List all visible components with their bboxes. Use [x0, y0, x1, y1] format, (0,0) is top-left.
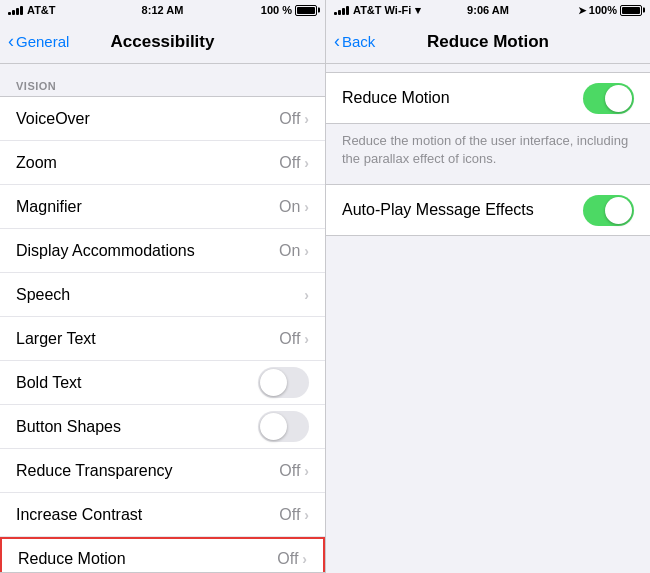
display-accommodations-right: On › — [279, 242, 309, 260]
button-shapes-toggle[interactable] — [258, 411, 309, 442]
reduce-motion-chevron-icon: › — [302, 551, 307, 567]
button-shapes-right — [258, 411, 309, 442]
zoom-right: Off › — [279, 154, 309, 172]
top-spacer — [326, 64, 650, 72]
bold-text-label: Bold Text — [16, 374, 82, 392]
speech-row[interactable]: Speech › — [0, 273, 325, 317]
right-battery-icon — [620, 5, 642, 16]
voiceover-label: VoiceOver — [16, 110, 90, 128]
left-status-bar: AT&T 8:12 AM 100% — [0, 0, 325, 20]
left-panel: AT&T 8:12 AM 100% ‹ General Accessibilit… — [0, 0, 325, 573]
right-content: Reduce Motion Reduce the motion of the u… — [326, 64, 650, 573]
magnifier-row[interactable]: Magnifier On › — [0, 185, 325, 229]
button-shapes-row[interactable]: Button Shapes — [0, 405, 325, 449]
right-panel: AT&T Wi-Fi ▾ 9:06 AM ➤ 100% ‹ Back Reduc… — [325, 0, 650, 573]
right-status-right: ➤ 100% — [578, 4, 642, 16]
right-battery-pct-label: 100% — [589, 4, 617, 16]
reduce-motion-card: Reduce Motion — [326, 72, 650, 124]
reduce-motion-card-toggle-knob — [605, 85, 632, 112]
right-back-button[interactable]: ‹ Back — [334, 33, 375, 50]
vision-section-header: VISION — [0, 64, 325, 96]
signal-bars-icon — [8, 6, 23, 15]
battery-fill — [297, 7, 315, 14]
zoom-value: Off — [279, 154, 300, 172]
carrier-label: AT&T — [27, 4, 56, 16]
reduce-transparency-right: Off › — [279, 462, 309, 480]
right-status-bar: AT&T Wi-Fi ▾ 9:06 AM ➤ 100% — [326, 0, 650, 20]
voiceover-row[interactable]: VoiceOver Off › — [0, 97, 325, 141]
right-time: 9:06 AM — [467, 4, 509, 16]
left-back-button[interactable]: ‹ General — [8, 33, 69, 50]
display-accommodations-row[interactable]: Display Accommodations On › — [0, 229, 325, 273]
zoom-chevron-icon: › — [304, 155, 309, 171]
left-nav-bar: ‹ General Accessibility — [0, 20, 325, 64]
reduce-transparency-row[interactable]: Reduce Transparency Off › — [0, 449, 325, 493]
reduce-motion-value: Off — [277, 550, 298, 568]
right-carrier-label: AT&T Wi-Fi — [353, 4, 411, 16]
larger-text-row[interactable]: Larger Text Off › — [0, 317, 325, 361]
bold-text-toggle-knob — [260, 369, 287, 396]
larger-text-label: Larger Text — [16, 330, 96, 348]
reduce-motion-right: Off › — [277, 550, 307, 568]
right-nav-bar: ‹ Back Reduce Motion — [326, 20, 650, 64]
right-back-label: Back — [342, 33, 375, 50]
autoplay-toggle[interactable] — [583, 195, 634, 226]
bold-text-toggle[interactable] — [258, 367, 309, 398]
button-shapes-toggle-knob — [260, 413, 287, 440]
battery-icon — [295, 5, 317, 16]
left-status-right: 100% — [261, 4, 317, 16]
speech-label: Speech — [16, 286, 70, 304]
increase-contrast-value: Off — [279, 506, 300, 524]
voiceover-value: Off — [279, 110, 300, 128]
reduce-motion-description: Reduce the motion of the user interface,… — [326, 124, 650, 184]
left-time: 8:12 AM — [142, 4, 184, 16]
reduce-transparency-chevron-icon: › — [304, 463, 309, 479]
autoplay-toggle-knob — [605, 197, 632, 224]
zoom-label: Zoom — [16, 154, 57, 172]
reduce-transparency-label: Reduce Transparency — [16, 462, 173, 480]
display-accommodations-chevron-icon: › — [304, 243, 309, 259]
bold-text-right — [258, 367, 309, 398]
increase-contrast-label: Increase Contrast — [16, 506, 142, 524]
right-nav-title: Reduce Motion — [427, 32, 549, 52]
reduce-motion-card-toggle[interactable] — [583, 83, 634, 114]
larger-text-value: Off — [279, 330, 300, 348]
left-settings-list: VoiceOver Off › Zoom Off › Magnifier On … — [0, 96, 325, 573]
reduce-motion-card-row[interactable]: Reduce Motion — [326, 73, 650, 123]
right-status-left: AT&T Wi-Fi ▾ — [334, 4, 421, 17]
battery-pct-label: 100 — [261, 4, 279, 16]
larger-text-chevron-icon: › — [304, 331, 309, 347]
increase-contrast-chevron-icon: › — [304, 507, 309, 523]
reduce-motion-row[interactable]: Reduce Motion Off › — [0, 537, 325, 573]
magnifier-right: On › — [279, 198, 309, 216]
autoplay-label: Auto-Play Message Effects — [342, 201, 534, 219]
magnifier-label: Magnifier — [16, 198, 82, 216]
speech-chevron-icon: › — [304, 287, 309, 303]
reduce-transparency-value: Off — [279, 462, 300, 480]
left-back-chevron-icon: ‹ — [8, 32, 14, 50]
wifi-icon: ▾ — [415, 4, 421, 17]
reduce-motion-card-label: Reduce Motion — [342, 89, 450, 107]
left-back-label: General — [16, 33, 69, 50]
right-back-chevron-icon: ‹ — [334, 32, 340, 50]
right-battery-fill — [622, 7, 640, 14]
magnifier-chevron-icon: › — [304, 199, 309, 215]
voiceover-right: Off › — [279, 110, 309, 128]
autoplay-card-row[interactable]: Auto-Play Message Effects — [326, 185, 650, 235]
voiceover-chevron-icon: › — [304, 111, 309, 127]
display-accommodations-value: On — [279, 242, 300, 260]
zoom-row[interactable]: Zoom Off › — [0, 141, 325, 185]
right-signal-bars-icon — [334, 6, 349, 15]
display-accommodations-label: Display Accommodations — [16, 242, 195, 260]
bold-text-row[interactable]: Bold Text — [0, 361, 325, 405]
autoplay-card: Auto-Play Message Effects — [326, 184, 650, 236]
right-location-icon: ➤ — [578, 5, 586, 16]
increase-contrast-right: Off › — [279, 506, 309, 524]
left-nav-title: Accessibility — [111, 32, 215, 52]
larger-text-right: Off › — [279, 330, 309, 348]
button-shapes-label: Button Shapes — [16, 418, 121, 436]
left-status-left: AT&T — [8, 4, 56, 16]
increase-contrast-row[interactable]: Increase Contrast Off › — [0, 493, 325, 537]
reduce-motion-label: Reduce Motion — [18, 550, 126, 568]
magnifier-value: On — [279, 198, 300, 216]
